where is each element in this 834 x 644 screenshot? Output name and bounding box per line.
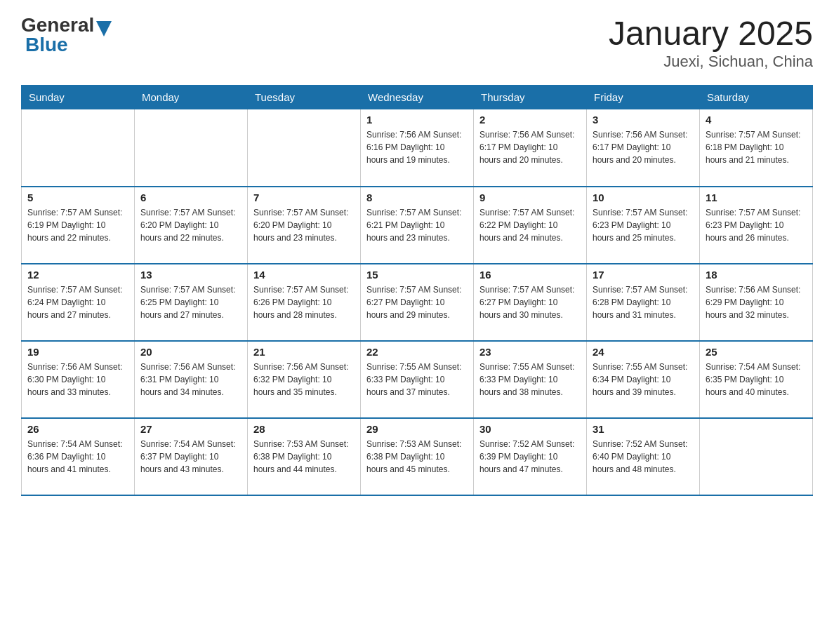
day-info: Sunrise: 7:54 AM Sunset: 6:36 PM Dayligh… xyxy=(27,438,128,476)
day-number: 27 xyxy=(140,423,241,435)
day-info: Sunrise: 7:57 AM Sunset: 6:24 PM Dayligh… xyxy=(27,283,128,321)
calendar-cell: 28Sunrise: 7:53 AM Sunset: 6:38 PM Dayli… xyxy=(248,418,361,495)
calendar-cell: 15Sunrise: 7:57 AM Sunset: 6:27 PM Dayli… xyxy=(361,264,474,341)
calendar-week-3: 12Sunrise: 7:57 AM Sunset: 6:24 PM Dayli… xyxy=(22,264,813,341)
calendar-cell: 3Sunrise: 7:56 AM Sunset: 6:17 PM Daylig… xyxy=(587,109,700,187)
day-number: 21 xyxy=(253,346,355,358)
calendar-cell xyxy=(248,109,361,187)
day-number: 30 xyxy=(479,423,581,435)
day-number: 6 xyxy=(140,192,241,203)
day-info: Sunrise: 7:57 AM Sunset: 6:20 PM Dayligh… xyxy=(140,206,241,244)
calendar-cell: 9Sunrise: 7:57 AM Sunset: 6:22 PM Daylig… xyxy=(474,187,587,264)
page-header: General Blue January 2025 Juexi, Sichuan… xyxy=(21,14,813,71)
day-number: 26 xyxy=(27,423,128,435)
day-number: 19 xyxy=(27,346,128,358)
day-number: 7 xyxy=(253,192,355,203)
day-number: 3 xyxy=(593,114,694,126)
day-number: 15 xyxy=(366,269,468,281)
logo: General Blue xyxy=(21,14,112,56)
day-number: 20 xyxy=(140,346,241,358)
day-info: Sunrise: 7:55 AM Sunset: 6:33 PM Dayligh… xyxy=(479,361,581,398)
calendar-cell: 2Sunrise: 7:56 AM Sunset: 6:17 PM Daylig… xyxy=(474,109,587,187)
calendar-subtitle: Juexi, Sichuan, China xyxy=(609,53,813,71)
header-day-thursday: Thursday xyxy=(474,86,587,109)
day-info: Sunrise: 7:52 AM Sunset: 6:39 PM Dayligh… xyxy=(479,438,581,476)
calendar-week-4: 19Sunrise: 7:56 AM Sunset: 6:30 PM Dayli… xyxy=(22,341,813,418)
logo-blue-text: Blue xyxy=(25,34,68,55)
calendar-cell: 29Sunrise: 7:53 AM Sunset: 6:38 PM Dayli… xyxy=(361,418,474,495)
calendar-header: SundayMondayTuesdayWednesdayThursdayFrid… xyxy=(22,86,813,109)
calendar-cell: 11Sunrise: 7:57 AM Sunset: 6:23 PM Dayli… xyxy=(700,187,813,264)
day-number: 11 xyxy=(706,192,807,203)
day-info: Sunrise: 7:55 AM Sunset: 6:33 PM Dayligh… xyxy=(366,361,468,398)
day-info: Sunrise: 7:52 AM Sunset: 6:40 PM Dayligh… xyxy=(593,438,694,476)
calendar-cell: 6Sunrise: 7:57 AM Sunset: 6:20 PM Daylig… xyxy=(135,187,248,264)
calendar-cell: 4Sunrise: 7:57 AM Sunset: 6:18 PM Daylig… xyxy=(700,109,813,187)
calendar-cell: 20Sunrise: 7:56 AM Sunset: 6:31 PM Dayli… xyxy=(135,341,248,418)
calendar-cell: 30Sunrise: 7:52 AM Sunset: 6:39 PM Dayli… xyxy=(474,418,587,495)
calendar-cell: 14Sunrise: 7:57 AM Sunset: 6:26 PM Dayli… xyxy=(248,264,361,341)
day-info: Sunrise: 7:57 AM Sunset: 6:20 PM Dayligh… xyxy=(253,206,355,244)
day-info: Sunrise: 7:57 AM Sunset: 6:26 PM Dayligh… xyxy=(253,283,355,321)
header-day-saturday: Saturday xyxy=(700,86,813,109)
day-info: Sunrise: 7:57 AM Sunset: 6:22 PM Dayligh… xyxy=(479,206,581,244)
calendar-week-5: 26Sunrise: 7:54 AM Sunset: 6:36 PM Dayli… xyxy=(22,418,813,495)
day-info: Sunrise: 7:56 AM Sunset: 6:29 PM Dayligh… xyxy=(706,283,807,321)
day-info: Sunrise: 7:57 AM Sunset: 6:27 PM Dayligh… xyxy=(479,283,581,321)
calendar-cell: 17Sunrise: 7:57 AM Sunset: 6:28 PM Dayli… xyxy=(587,264,700,341)
day-number: 25 xyxy=(706,346,807,358)
calendar-cell: 19Sunrise: 7:56 AM Sunset: 6:30 PM Dayli… xyxy=(22,341,135,418)
day-info: Sunrise: 7:57 AM Sunset: 6:23 PM Dayligh… xyxy=(593,206,694,244)
title-block: January 2025 Juexi, Sichuan, China xyxy=(609,14,813,71)
day-info: Sunrise: 7:56 AM Sunset: 6:17 PM Dayligh… xyxy=(479,128,581,166)
day-info: Sunrise: 7:55 AM Sunset: 6:34 PM Dayligh… xyxy=(593,361,694,398)
day-number: 28 xyxy=(253,423,355,435)
day-number: 29 xyxy=(366,423,468,435)
calendar-cell xyxy=(700,418,813,495)
calendar-cell xyxy=(135,109,248,187)
header-day-wednesday: Wednesday xyxy=(361,86,474,109)
day-number: 17 xyxy=(593,269,694,281)
header-row: SundayMondayTuesdayWednesdayThursdayFrid… xyxy=(22,86,813,109)
day-number: 9 xyxy=(479,192,581,203)
day-number: 23 xyxy=(479,346,581,358)
day-info: Sunrise: 7:56 AM Sunset: 6:17 PM Dayligh… xyxy=(593,128,694,166)
day-info: Sunrise: 7:56 AM Sunset: 6:32 PM Dayligh… xyxy=(253,361,355,398)
calendar-week-2: 5Sunrise: 7:57 AM Sunset: 6:19 PM Daylig… xyxy=(22,187,813,264)
day-number: 1 xyxy=(366,114,468,126)
day-number: 14 xyxy=(253,269,355,281)
day-info: Sunrise: 7:57 AM Sunset: 6:19 PM Dayligh… xyxy=(27,206,128,244)
day-number: 4 xyxy=(706,114,807,126)
day-info: Sunrise: 7:57 AM Sunset: 6:23 PM Dayligh… xyxy=(706,206,807,244)
day-info: Sunrise: 7:56 AM Sunset: 6:16 PM Dayligh… xyxy=(366,128,468,166)
day-info: Sunrise: 7:53 AM Sunset: 6:38 PM Dayligh… xyxy=(366,438,468,476)
day-number: 22 xyxy=(366,346,468,358)
header-day-monday: Monday xyxy=(135,86,248,109)
calendar-cell: 24Sunrise: 7:55 AM Sunset: 6:34 PM Dayli… xyxy=(587,341,700,418)
calendar-cell: 16Sunrise: 7:57 AM Sunset: 6:27 PM Dayli… xyxy=(474,264,587,341)
header-day-sunday: Sunday xyxy=(22,86,135,109)
day-info: Sunrise: 7:53 AM Sunset: 6:38 PM Dayligh… xyxy=(253,438,355,476)
calendar-cell: 8Sunrise: 7:57 AM Sunset: 6:21 PM Daylig… xyxy=(361,187,474,264)
calendar-cell: 1Sunrise: 7:56 AM Sunset: 6:16 PM Daylig… xyxy=(361,109,474,187)
day-info: Sunrise: 7:57 AM Sunset: 6:18 PM Dayligh… xyxy=(706,128,807,166)
day-number: 31 xyxy=(593,423,694,435)
day-number: 18 xyxy=(706,269,807,281)
day-number: 24 xyxy=(593,346,694,358)
day-info: Sunrise: 7:57 AM Sunset: 6:27 PM Dayligh… xyxy=(366,283,468,321)
calendar-cell: 23Sunrise: 7:55 AM Sunset: 6:33 PM Dayli… xyxy=(474,341,587,418)
calendar-cell: 25Sunrise: 7:54 AM Sunset: 6:35 PM Dayli… xyxy=(700,341,813,418)
calendar-cell: 13Sunrise: 7:57 AM Sunset: 6:25 PM Dayli… xyxy=(135,264,248,341)
calendar-cell: 21Sunrise: 7:56 AM Sunset: 6:32 PM Dayli… xyxy=(248,341,361,418)
calendar-week-1: 1Sunrise: 7:56 AM Sunset: 6:16 PM Daylig… xyxy=(22,109,813,187)
calendar-cell: 18Sunrise: 7:56 AM Sunset: 6:29 PM Dayli… xyxy=(700,264,813,341)
calendar-cell: 5Sunrise: 7:57 AM Sunset: 6:19 PM Daylig… xyxy=(22,187,135,264)
calendar-title: January 2025 xyxy=(609,14,813,53)
calendar-cell: 7Sunrise: 7:57 AM Sunset: 6:20 PM Daylig… xyxy=(248,187,361,264)
header-day-friday: Friday xyxy=(587,86,700,109)
calendar-cell: 22Sunrise: 7:55 AM Sunset: 6:33 PM Dayli… xyxy=(361,341,474,418)
day-number: 12 xyxy=(27,269,128,281)
day-info: Sunrise: 7:57 AM Sunset: 6:25 PM Dayligh… xyxy=(140,283,241,321)
day-info: Sunrise: 7:56 AM Sunset: 6:30 PM Dayligh… xyxy=(27,361,128,398)
day-number: 16 xyxy=(479,269,581,281)
